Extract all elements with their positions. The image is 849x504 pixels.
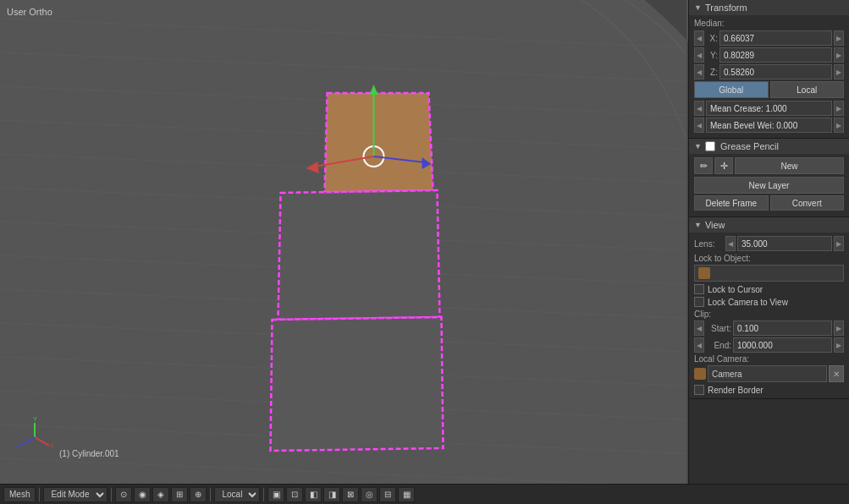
global-local-row: Global Local (694, 81, 844, 98)
grease-pencil-title: Grease Pencil (720, 141, 779, 151)
vertex-icon-btn[interactable]: ◧ (305, 487, 322, 502)
view-header[interactable]: ▼ View (689, 217, 849, 233)
axis-widget: Y X Z (14, 416, 56, 458)
end-arrow-left[interactable]: ◀ (694, 337, 704, 353)
snap-icon-btn[interactable]: ⊕ (190, 487, 207, 502)
sep4 (263, 488, 264, 501)
svg-text:Z: Z (15, 442, 19, 448)
render-border-checkbox[interactable] (694, 385, 704, 395)
sep3 (210, 488, 211, 501)
view-arrow: ▼ (694, 221, 702, 229)
lens-label: Lens: (694, 239, 724, 249)
sep1 (39, 488, 40, 501)
median-row: Median: (694, 19, 844, 28)
lock-camera-checkbox[interactable] (694, 297, 704, 307)
start-arrow-right[interactable]: ▶ (834, 320, 844, 336)
transform-header[interactable]: ▼ Transform (689, 0, 849, 15)
viewport[interactable]: User Ortho (0, 0, 688, 484)
script-icon-btn[interactable]: ⊟ (379, 487, 396, 502)
start-label: Start: (706, 324, 731, 333)
lock-camera-label: Lock Camera to View (708, 298, 788, 307)
x-arrow-right[interactable]: ▶ (834, 30, 844, 46)
grease-pencil-header[interactable]: ▼ Grease Pencil (689, 139, 849, 154)
camera-close-button[interactable]: ✕ (829, 365, 844, 382)
start-field[interactable]: 0.100 (733, 320, 832, 336)
y-label: Y: (706, 51, 718, 60)
shade-icon-btn[interactable]: ◈ (152, 487, 169, 502)
overlay-icon-btn[interactable]: ⊞ (171, 487, 188, 502)
y-arrow-right[interactable]: ▶ (834, 47, 844, 63)
svg-line-32 (20, 437, 35, 446)
bottom-toolbar: Mesh Edit Mode ⊙ ◉ ◈ ⊞ ⊕ Local ▣ ⊡ ◧ ◨ ⊠… (0, 484, 849, 504)
x-row: ◀ X: 0.66037 ▶ (694, 30, 844, 46)
lock-cursor-row: Lock to Cursor (694, 284, 844, 294)
lock-cursor-checkbox[interactable] (694, 284, 704, 294)
end-arrow-right[interactable]: ▶ (834, 337, 844, 353)
svg-line-30 (35, 437, 49, 446)
face-icon-btn[interactable]: ◨ (323, 487, 340, 502)
mode-select[interactable]: Edit Mode (43, 487, 108, 502)
layout-icon-btn[interactable]: ▦ (398, 487, 415, 502)
local-button[interactable]: Local (770, 81, 845, 98)
mean-bevel-field[interactable]: Mean Bevel Wei: 0.000 (706, 118, 832, 133)
lens-field[interactable]: 35.000 (737, 236, 832, 251)
camera-name[interactable]: Camera (708, 365, 827, 382)
new-layer-button[interactable]: New Layer (694, 177, 844, 194)
pencil-icon-btn[interactable]: ✏ (694, 157, 713, 174)
x-label: X: (706, 34, 718, 43)
grease-pencil-section: ▼ Grease Pencil ✏ ✛ New New Layer Delete… (689, 139, 849, 217)
z-arrow-right[interactable]: ▶ (834, 64, 844, 79)
lens-row: Lens: ◀ 35.000 ▶ (694, 236, 844, 251)
view-icon-btn[interactable]: ⊙ (115, 487, 132, 502)
convert-button[interactable]: Convert (770, 195, 845, 211)
end-label: End: (706, 341, 731, 350)
global-button[interactable]: Global (694, 81, 769, 98)
z-field[interactable]: 0.58260 (719, 64, 832, 79)
render-border-row: Render Border (694, 385, 844, 395)
y-row: ◀ Y: 0.80289 ▶ (694, 47, 844, 63)
local-select[interactable]: Local (214, 487, 260, 502)
anim-icon-btn[interactable]: ◎ (361, 487, 378, 502)
svg-text:Y: Y (33, 416, 37, 422)
render-border-label: Render Border (708, 386, 764, 395)
x-field[interactable]: 0.66037 (719, 30, 832, 46)
lens-arrow-right[interactable]: ▶ (834, 236, 844, 251)
grease-pencil-checkbox[interactable] (705, 141, 715, 151)
lock-cursor-label: Lock to Cursor (708, 285, 763, 294)
camera-icon (694, 368, 706, 380)
local-camera-label: Local Camera: (694, 354, 844, 364)
mean-bevel-row: ◀ Mean Bevel Wei: 0.000 ▶ (694, 118, 844, 133)
lens-arrow-left[interactable]: ◀ (725, 236, 736, 251)
end-row: ◀ End: 1000.000 ▶ (694, 337, 844, 353)
crease-arrow-left[interactable]: ◀ (694, 101, 704, 116)
y-field[interactable]: 0.80289 (719, 47, 832, 63)
new-button[interactable]: New (735, 157, 844, 174)
grease-new-row: ✏ ✛ New (694, 157, 844, 174)
svg-marker-17 (278, 190, 440, 320)
mean-crease-field[interactable]: Mean Crease: 1.000 (706, 101, 832, 116)
svg-marker-19 (271, 317, 444, 451)
view-title: View (705, 220, 725, 230)
mean-crease-row: ◀ Mean Crease: 1.000 ▶ (694, 101, 844, 116)
median-label: Median: (694, 19, 728, 28)
persp-icon-btn[interactable]: ◉ (134, 487, 151, 502)
bevel-arrow-left[interactable]: ◀ (694, 118, 704, 133)
start-arrow-left[interactable]: ◀ (694, 320, 704, 336)
end-field[interactable]: 1000.000 (733, 337, 832, 353)
bevel-arrow-right[interactable]: ▶ (834, 118, 844, 133)
right-panel: ▼ Transform Median: ◀ X: 0.66037 ▶ (688, 0, 849, 484)
uv-icon-btn[interactable]: ⊠ (342, 487, 359, 502)
view-section: ▼ View Lens: ◀ 35.000 ▶ Lock to Object: (689, 217, 849, 399)
sculpt-icon-btn[interactable]: ⊡ (286, 487, 303, 502)
plus-icon-btn[interactable]: ✛ (714, 157, 733, 174)
z-arrow-left[interactable]: ◀ (694, 64, 704, 79)
delete-frame-button[interactable]: Delete Frame (694, 195, 769, 211)
mesh-button[interactable]: Mesh (3, 487, 36, 502)
object-info: (1) Cylinder.001 (59, 449, 119, 458)
start-row: ◀ Start: 0.100 ▶ (694, 320, 844, 336)
x-arrow-left[interactable]: ◀ (694, 30, 704, 46)
crease-arrow-right[interactable]: ▶ (834, 101, 844, 116)
y-arrow-left[interactable]: ◀ (694, 47, 704, 63)
render-icon-btn[interactable]: ▣ (267, 487, 284, 502)
lock-object-field[interactable] (694, 265, 844, 282)
